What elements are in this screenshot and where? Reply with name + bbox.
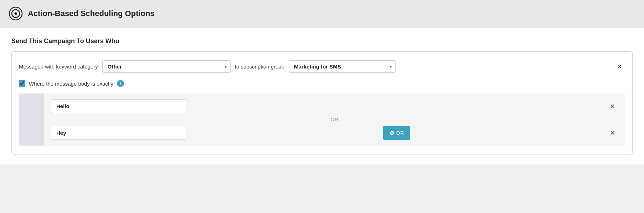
main-content: Send This Campaign To Users Who Messaged… (0, 27, 644, 164)
or-button-label: OR (396, 130, 404, 136)
keyword-select-wrapper: Other Opted-In Opted-Out Custom ▾ (102, 60, 231, 73)
message-input-2[interactable] (51, 126, 186, 140)
subscription-select[interactable]: Marketing for SMS Promotional SMS Transa… (289, 60, 396, 73)
message-body-checkbox[interactable] (19, 80, 25, 87)
messages-area: ✕ OR ⊕ OR ✕ (44, 93, 625, 146)
svg-point-2 (15, 12, 17, 15)
plus-icon: ⊕ (390, 130, 394, 136)
info-icon[interactable]: i (117, 80, 124, 87)
message-input-1[interactable] (51, 99, 186, 113)
page-title: Action-Based Scheduling Options (28, 9, 155, 18)
message-row-1: ✕ (51, 99, 618, 113)
or-button[interactable]: ⊕ OR (383, 126, 410, 140)
checkbox-label: Where the message body is exactly (29, 81, 113, 87)
delete-message-1-button[interactable]: ✕ (607, 101, 618, 112)
scheduling-icon (9, 6, 23, 21)
keyword-row: Messaged with keyword category Other Opt… (19, 60, 625, 73)
keyword-select[interactable]: Other Opted-In Opted-Out Custom (102, 60, 231, 73)
side-bar (19, 93, 44, 146)
page-header: Action-Based Scheduling Options (0, 0, 644, 27)
keyword-label: Messaged with keyword category (19, 64, 98, 70)
subscription-select-wrapper: Marketing for SMS Promotional SMS Transa… (289, 60, 396, 73)
checkbox-row: Where the message body is exactly i (19, 80, 625, 87)
message-body-section: ✕ OR ⊕ OR ✕ (19, 93, 625, 146)
section-title: Send This Campaign To Users Who (11, 37, 633, 45)
subscription-label: to subscription group (235, 64, 284, 70)
message-row-2: ⊕ OR ✕ (51, 126, 618, 140)
delete-message-2-button[interactable]: ✕ (607, 128, 618, 138)
delete-keyword-row-button[interactable]: ✕ (614, 61, 625, 72)
or-divider: OR (51, 113, 618, 126)
campaign-card: Messaged with keyword category Other Opt… (11, 51, 633, 154)
